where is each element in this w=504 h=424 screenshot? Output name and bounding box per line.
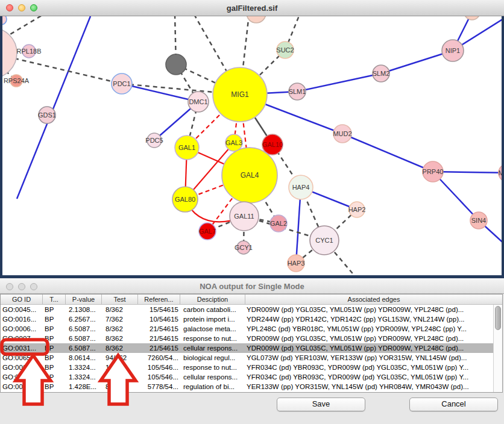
cell-p_value: 6.5087... xyxy=(66,343,102,353)
cancel-button[interactable]: Cancel xyxy=(409,398,498,411)
cell-edges: YFR034C (pd) YBR093C, YDR009W (pd) YGL03… xyxy=(245,372,493,382)
noa-row[interactable]: GO:0007...BP6.5087...8/36221/54615respon… xyxy=(1,334,493,343)
column-header-go_id[interactable]: GO ID xyxy=(1,295,43,304)
column-header-edges[interactable]: Associated edges xyxy=(245,295,502,304)
cell-type: BP xyxy=(43,363,66,372)
node-sin4[interactable] xyxy=(470,212,487,229)
node-unlabeled[interactable] xyxy=(166,54,186,75)
window-title: NOA output for Single Mode xyxy=(0,282,504,291)
node-rps24a[interactable] xyxy=(10,75,22,87)
cell-description: cellular respons... xyxy=(180,372,245,382)
node-suc2[interactable] xyxy=(277,42,294,58)
cell-go_id: GO:0031... xyxy=(1,343,43,353)
noa-row[interactable]: GO:0045...BP2.1308...8/36215/54615carbon… xyxy=(1,305,493,314)
node-unlabeled[interactable] xyxy=(2,16,7,25)
node-dmc1[interactable] xyxy=(188,92,209,112)
network-graph[interactable]: RPL18BRPS24AGDS1PDC1MIG1SUC2SLM1DMC1SLM2… xyxy=(2,16,502,275)
cell-reference: 21/54615 xyxy=(138,324,180,334)
noa-row[interactable]: GO:0050...BP1.428E...80/3625778/54...reg… xyxy=(1,382,493,391)
cell-description: galactose meta... xyxy=(180,324,245,334)
node-gal10[interactable] xyxy=(262,134,283,155)
column-header-description[interactable]: Desciption xyxy=(180,295,245,304)
cell-p_value: 2.1308... xyxy=(66,305,102,314)
cell-test: 11/362 xyxy=(102,372,138,382)
cell-test: 7/362 xyxy=(102,314,138,324)
node-mig1[interactable] xyxy=(213,67,267,122)
node-unlabeled[interactable] xyxy=(2,28,17,78)
node-pdc1[interactable] xyxy=(112,73,132,94)
column-header-type[interactable]: T... xyxy=(43,295,66,304)
cell-go_id: GO:0065... xyxy=(1,353,43,363)
cell-type: BP xyxy=(43,343,66,353)
save-button[interactable]: Save xyxy=(277,398,365,411)
column-header-test[interactable]: Test xyxy=(102,295,138,304)
noa-output-window: NOA output for Single Mode GO IDT...P-va… xyxy=(0,278,504,424)
cell-p_value: 6.5087... xyxy=(66,334,102,343)
noa-row[interactable]: GO:0016...BP6.2567...7/36210/54615protei… xyxy=(1,314,493,324)
network-canvas[interactable]: RPL18BRPS24AGDS1PDC1MIG1SUC2SLM1DMC1SLM2… xyxy=(2,16,502,275)
node-unlabeled[interactable] xyxy=(464,16,480,20)
node-pdc5[interactable] xyxy=(147,133,162,148)
cell-go_id: GO:0006... xyxy=(1,324,43,334)
cell-reference: 15/54615 xyxy=(138,305,180,314)
cell-test: 94/362 xyxy=(102,353,138,363)
cell-p_value: 1.428E... xyxy=(66,382,102,391)
node-gal7[interactable] xyxy=(199,223,216,240)
node-hap3[interactable] xyxy=(288,255,304,272)
cell-test: 8/362 xyxy=(102,343,138,353)
cell-reference: 105/546... xyxy=(138,372,180,382)
cell-p_value: 1.3324... xyxy=(66,363,102,372)
node-hap2[interactable] xyxy=(349,202,365,217)
noa-row[interactable]: GO:0065...BP8.0614...94/3627260/54...bio… xyxy=(1,353,493,363)
node-cyc1[interactable] xyxy=(310,226,339,255)
vertical-scrollbar[interactable] xyxy=(493,305,502,392)
noa-row[interactable]: GO:0006...BP6.5087...8/36221/54615galact… xyxy=(1,324,493,334)
node-mud2[interactable] xyxy=(333,125,351,143)
cell-test: 8/362 xyxy=(102,334,138,343)
node-rpl18b[interactable] xyxy=(22,45,36,58)
cell-edges: YFR034C (pd) YBR093C, YDR009W (pd) YGL03… xyxy=(245,363,493,372)
node-gal1[interactable] xyxy=(175,136,199,160)
column-header-p_value[interactable]: P-value xyxy=(66,295,102,304)
cell-edges: YPL248C (pd) YBR018C, YML051W (pp) YDR00… xyxy=(245,324,493,334)
node-slm2[interactable] xyxy=(373,65,389,82)
cell-test: 11/362 xyxy=(102,363,138,372)
noa-row[interactable]: GO:0031...BP6.5087...8/36221/54615cellul… xyxy=(1,343,493,353)
node-prp40[interactable] xyxy=(423,161,443,182)
node-nip1[interactable] xyxy=(442,40,464,61)
cell-edges: YDR009W (pd) YGL035C, YML051W (pp) YDR00… xyxy=(245,334,493,343)
cell-go_id: GO:0045... xyxy=(1,305,43,314)
noa-row[interactable]: GO:0007...BP1.3324...11/362105/546...res… xyxy=(1,363,493,372)
cell-description: biological regul... xyxy=(180,353,245,363)
cell-type: BP xyxy=(43,334,66,343)
node-gds1[interactable] xyxy=(39,107,55,123)
edge-b xyxy=(122,84,198,102)
cell-reference: 7260/54... xyxy=(138,353,180,363)
node-msn5[interactable] xyxy=(499,164,502,182)
cell-test: 8/362 xyxy=(102,324,138,334)
scrollbar-thumb[interactable] xyxy=(495,306,501,330)
window-title: galFiltered.sif xyxy=(0,4,504,13)
cell-description: regulation of bi... xyxy=(180,382,245,391)
column-header-reference[interactable]: Referen... xyxy=(138,295,180,304)
node-gal4[interactable] xyxy=(222,148,277,203)
node-gal80[interactable] xyxy=(172,187,198,212)
cell-edges: YDR244W (pp) YDR142C, YDR142C (pp) YGL15… xyxy=(245,314,493,324)
cell-reference: 21/54615 xyxy=(138,343,180,353)
node-gal11[interactable] xyxy=(230,202,259,231)
node-gal2[interactable] xyxy=(270,215,287,232)
node-slm1[interactable] xyxy=(289,83,306,100)
noa-window-titlebar[interactable]: NOA output for Single Mode xyxy=(0,278,504,294)
cell-description: response to nut... xyxy=(180,334,245,343)
cell-go_id: GO:0007... xyxy=(1,334,43,343)
node-hap4[interactable] xyxy=(289,175,313,199)
cell-edges: YER133W (pp) YOR315W, YNL145W (pd) YHR08… xyxy=(245,382,493,391)
node-gcy1[interactable] xyxy=(237,241,250,254)
network-window-titlebar[interactable]: galFiltered.sif xyxy=(0,0,504,16)
cell-edges: YGL073W (pd) YER103W, YER133W (pp) YOR31… xyxy=(245,353,493,363)
noa-row[interactable]: GO:0031...BP1.3324...11/362105/546...cel… xyxy=(1,372,493,382)
node-gal3[interactable] xyxy=(225,134,242,151)
cell-go_id: GO:0007... xyxy=(1,363,43,372)
cell-p_value: 8.0614... xyxy=(66,353,102,363)
node-unlabeled[interactable] xyxy=(247,16,266,23)
